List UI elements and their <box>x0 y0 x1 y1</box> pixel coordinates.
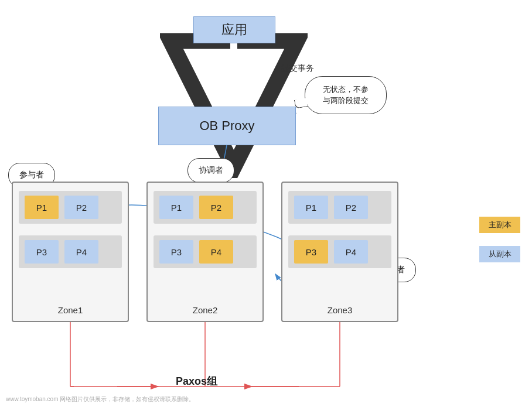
submit-label: 提交事务 <box>281 63 314 74</box>
zone3-bottom-row: P3 P4 <box>288 235 391 268</box>
participant-left-label: 参与者 <box>19 170 44 180</box>
zone3-p4: P4 <box>334 240 368 264</box>
zone1-label: Zone1 <box>13 305 128 315</box>
app-box: 应用 <box>193 16 275 43</box>
zone2-p1: P1 <box>159 196 193 219</box>
zone2-box: P1 P2 P3 P4 Zone2 <box>146 182 264 322</box>
zone3-p2: P2 <box>334 196 368 219</box>
zone2-p3: P3 <box>159 240 193 264</box>
bubble-stateless: 无状态，不参与两阶段提交 <box>305 76 387 114</box>
zone1-p4: P4 <box>64 240 98 264</box>
zone2-label: Zone2 <box>148 305 262 315</box>
coordinator-label: 协调者 <box>199 165 223 176</box>
bubble-stateless-text: 无状态，不参与两阶段提交 <box>323 84 369 105</box>
proxy-box: OB Proxy <box>158 107 296 145</box>
zone2-p2: P2 <box>199 196 233 219</box>
watermark: www.toymoban.com 网络图片仅供展示，非存储，如有侵权请联系删除。 <box>6 395 195 403</box>
zone1-top-row: P1 P2 <box>19 191 122 224</box>
zone3-p1: P1 <box>294 196 328 219</box>
paxos-label: Paxos组 <box>176 374 217 388</box>
legend-secondary-label: 从副本 <box>489 249 511 259</box>
zone1-box: P1 P2 P3 P4 Zone1 <box>12 182 129 322</box>
legend-secondary: 从副本 <box>479 246 520 262</box>
zone3-top-row: P1 P2 <box>288 191 391 224</box>
zone3-box: P1 P2 P3 P4 Zone3 <box>281 182 398 322</box>
legend-primary: 主副本 <box>479 217 520 233</box>
zone1-bottom-row: P3 P4 <box>19 235 122 268</box>
zone2-bottom-row: P3 P4 <box>154 235 257 268</box>
zone2-top-row: P1 P2 <box>154 191 257 224</box>
diagram-container: 应用 提交事务 OB Proxy 无状态，不参与两阶段提交 参与者 协调者 参与… <box>0 0 532 407</box>
zone1-p1: P1 <box>25 196 59 219</box>
zone3-p3: P3 <box>294 240 328 264</box>
bubble-coordinator: 协调者 <box>187 158 234 183</box>
legend-primary-label: 主副本 <box>489 220 511 230</box>
app-label: 应用 <box>221 21 247 39</box>
zone1-p3: P3 <box>25 240 59 264</box>
zone1-p2: P2 <box>64 196 98 219</box>
zone2-p4: P4 <box>199 240 233 264</box>
proxy-label: OB Proxy <box>199 118 254 134</box>
zone3-label: Zone3 <box>282 305 397 315</box>
